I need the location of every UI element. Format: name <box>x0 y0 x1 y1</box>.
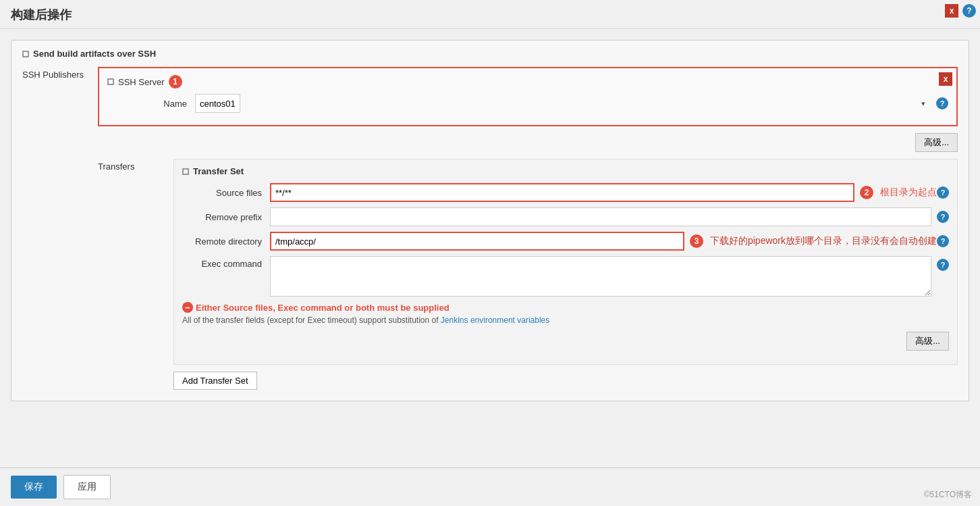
source-files-annotation: 根目录为起点 <box>880 186 937 199</box>
remove-prefix-input[interactable] <box>270 207 931 226</box>
publishers-content: x SSH Server 1 Name centos01 ▾ <box>98 67 958 390</box>
name-label: Name <box>107 99 195 109</box>
page-close-button[interactable]: x <box>945 4 958 18</box>
source-files-help-icon[interactable]: ? <box>937 186 949 199</box>
exec-command-label: Exec command <box>182 256 270 269</box>
ssh-publishers-label: SSH Publishers <box>22 67 90 390</box>
transfer-set-icon <box>182 168 189 175</box>
bottom-bar: 保存 应用 <box>0 467 980 506</box>
page-help-button[interactable]: ? <box>962 4 976 18</box>
name-row: Name centos01 ▾ ? <box>107 94 948 113</box>
exec-command-row: Exec command ? <box>182 256 949 297</box>
remove-prefix-help-icon[interactable]: ? <box>937 211 949 223</box>
remote-directory-help-icon[interactable]: ? <box>937 235 949 247</box>
name-help-icon[interactable]: ? <box>936 97 948 109</box>
remote-directory-annotation: 下载好的pipework放到哪个目录，目录没有会自动创建 <box>710 235 937 247</box>
server-close-button[interactable]: x <box>939 72 952 86</box>
transfers-section: Transfers Transfer Set Source files <box>98 159 958 390</box>
ssh-server-icon <box>107 78 114 85</box>
apply-button[interactable]: 应用 <box>63 475 111 499</box>
exec-command-input[interactable] <box>270 256 931 297</box>
step3-badge: 3 <box>690 234 703 248</box>
transfer-set-title: Transfer Set <box>193 166 244 176</box>
section-title: Send build artifacts over SSH <box>22 49 958 59</box>
step1-badge: 1 <box>169 75 182 88</box>
remove-prefix-row: Remove prefix ? <box>182 207 949 226</box>
send-build-artifacts-section: Send build artifacts over SSH SSH Publis… <box>11 40 969 401</box>
info-text: All of the transfer fields (except for E… <box>182 315 949 325</box>
source-files-label: Source files <box>182 188 270 198</box>
ssh-server-header: SSH Server 1 <box>107 75 948 88</box>
remote-directory-input[interactable] <box>270 232 684 251</box>
source-files-input[interactable] <box>270 183 854 202</box>
dropdown-arrow-icon: ▾ <box>921 99 925 108</box>
transfer-set-header: Transfer Set <box>182 166 949 176</box>
exec-command-help-icon[interactable]: ? <box>937 259 949 271</box>
advanced-button[interactable]: 高级... <box>915 133 958 152</box>
transfer-advanced-row: 高级... <box>182 332 949 351</box>
step2-badge: 2 <box>860 186 873 199</box>
transfers-content: Transfer Set Source files 2 根目录为起点 ? <box>173 159 958 390</box>
remote-directory-row: Remote directory 3 下载好的pipework放到哪个目录，目录… <box>182 232 949 251</box>
remote-directory-label: Remote directory <box>182 236 270 247</box>
watermark: ©51CTO博客 <box>924 489 972 501</box>
source-files-row: Source files 2 根目录为起点 ? <box>182 183 949 202</box>
jenkins-env-link[interactable]: Jenkins environment variables <box>441 315 549 325</box>
name-select-wrapper[interactable]: centos01 ▾ <box>195 94 931 113</box>
transfer-set-box: Transfer Set Source files 2 根目录为起点 ? <box>173 159 958 365</box>
transfers-label: Transfers <box>98 159 165 390</box>
ssh-publishers-section: SSH Publishers x SSH Server 1 Name cen <box>22 67 958 390</box>
add-transfer-set-button[interactable]: Add Transfer Set <box>173 372 257 390</box>
name-select[interactable]: centos01 <box>195 94 240 113</box>
ssh-server-title: SSH Server <box>118 77 165 87</box>
error-icon: – <box>182 302 193 313</box>
transfer-advanced-button[interactable]: 高级... <box>906 332 949 351</box>
page-title: 构建后操作 <box>0 0 980 29</box>
remove-prefix-label: Remove prefix <box>182 212 270 222</box>
save-button[interactable]: 保存 <box>11 476 57 499</box>
ssh-server-box: x SSH Server 1 Name centos01 ▾ <box>98 67 958 126</box>
advanced-row: 高级... <box>98 133 958 152</box>
error-message: – Either Source files, Exec command or b… <box>182 302 949 313</box>
section-icon <box>22 51 29 57</box>
